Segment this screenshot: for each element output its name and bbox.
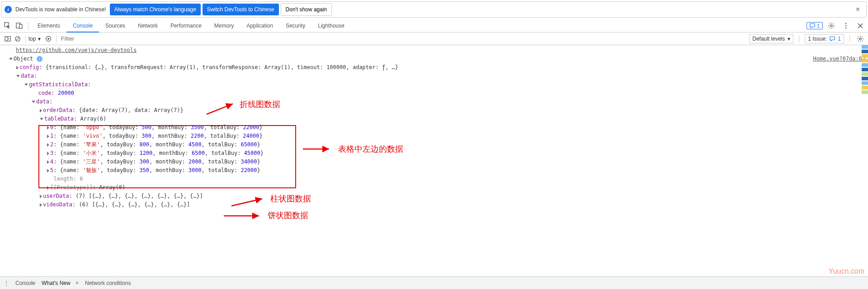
- switch-language-button[interactable]: Switch DevTools to Chinese: [203, 4, 279, 15]
- data-row[interactable]: data:: [3, 72, 865, 80]
- annotation-arrow: [223, 211, 264, 220]
- close-icon[interactable]: ×: [852, 5, 863, 14]
- ext-link-line: https://github.com/vuejs/vue-devtools: [3, 46, 865, 55]
- log-levels-selector[interactable]: Default levels ▾: [749, 34, 793, 43]
- separator: [25, 35, 26, 42]
- caret-right-icon: [47, 186, 49, 190]
- settings-icon[interactable]: [826, 22, 837, 29]
- videodata-row[interactable]: videoData: (6) [{…}, {…}, {…}, {…}, {…},…: [3, 200, 865, 209]
- close-devtools-icon[interactable]: [854, 22, 866, 29]
- match-language-button[interactable]: Always match Chrome's language: [110, 4, 201, 15]
- clear-console-icon[interactable]: [13, 35, 23, 42]
- tab-console[interactable]: Console: [66, 19, 99, 33]
- levels-label: Default levels: [752, 36, 785, 42]
- tab-network[interactable]: Network: [132, 19, 164, 33]
- watermark: Yuucn.com: [829, 267, 864, 275]
- console-settings-icon[interactable]: [855, 35, 865, 42]
- separator: [28, 22, 28, 30]
- tab-memory[interactable]: Memory: [208, 19, 240, 33]
- tab-sources[interactable]: Sources: [99, 19, 132, 33]
- ext-link[interactable]: https://github.com/vuejs/vue-devtools: [16, 47, 137, 53]
- tabledata-item-row[interactable]: 4: {name: '三星', todayBuy: 300, monthBuy:…: [3, 158, 865, 166]
- caret-down-icon: [9, 58, 13, 60]
- tab-lighthouse[interactable]: Lighthouse: [311, 19, 351, 33]
- svg-point-5: [845, 25, 847, 26]
- inspect-icon[interactable]: [2, 22, 14, 29]
- tab-elements[interactable]: Elements: [31, 19, 66, 33]
- drawer-tab-console[interactable]: Console: [15, 280, 35, 286]
- drawer-tab-whatsnew[interactable]: What's New ×: [42, 280, 79, 286]
- console-toolbar: top ▾ Default levels ▾ 1 Issue: 1: [0, 33, 868, 45]
- more-icon[interactable]: ⋮: [4, 280, 9, 286]
- caret-right-icon: [40, 203, 42, 207]
- caret-right-icon: [16, 66, 19, 70]
- dont-show-button[interactable]: Don't show again: [281, 3, 332, 16]
- info-text: DevTools is now available in Chinese!: [15, 6, 106, 13]
- svg-point-3: [830, 24, 832, 26]
- code-row: code: 20000: [3, 89, 865, 98]
- tab-performance[interactable]: Performance: [164, 19, 208, 33]
- config-row[interactable]: config: {transitional: {…}, transformReq…: [3, 63, 865, 72]
- tab-security[interactable]: Security: [279, 19, 311, 33]
- length-row: length: 6: [3, 175, 865, 183]
- tabledata-row[interactable]: tableData: Array(6): [3, 115, 865, 123]
- userdata-row[interactable]: userData: (7) [{…}, {…}, {…}, {…}, {…}, …: [3, 192, 865, 200]
- prototype-row[interactable]: [[Prototype]]: Array(0): [3, 183, 865, 192]
- svg-point-4: [845, 23, 847, 24]
- minimap-scrollbar[interactable]: [862, 45, 868, 217]
- context-selector[interactable]: top ▾: [28, 36, 41, 42]
- tabledata-item-row[interactable]: 5: {name: '魅族', todayBuy: 350, monthBuy:…: [3, 166, 865, 175]
- caret-down-icon: [40, 118, 43, 120]
- tabledata-item-row[interactable]: 1: {name: 'vivo', todayBuy: 300, monthBu…: [3, 132, 865, 140]
- tabledata-item-row[interactable]: 3: {name: '小米', todayBuy: 1200, monthBuy…: [3, 149, 865, 158]
- separator: [849, 35, 850, 42]
- source-link[interactable]: Home.vue?07da:62: [813, 55, 865, 63]
- caret-down-icon: [32, 101, 35, 103]
- object-label: Object: [14, 56, 33, 62]
- devtools-info-bar: i DevTools is now available in Chinese! …: [1, 1, 867, 18]
- live-expression-icon[interactable]: [43, 35, 53, 42]
- caret-right-icon: [40, 109, 42, 112]
- device-toggle-icon[interactable]: [14, 22, 25, 29]
- tabledata-item-row[interactable]: 2: {name: '苹果', todayBuy: 800, monthBuy:…: [3, 140, 865, 149]
- svg-rect-2: [19, 24, 22, 28]
- svg-point-6: [845, 27, 847, 28]
- filter-input[interactable]: [59, 34, 547, 44]
- chevron-down-icon: ▾: [788, 36, 790, 42]
- separator: [56, 35, 57, 42]
- console-output: https://github.com/vuejs/vue-devtools Ob…: [0, 45, 868, 212]
- close-icon[interactable]: ×: [75, 280, 79, 286]
- chevron-down-icon: ▾: [38, 36, 41, 42]
- issues-label: 1 Issue:: [808, 36, 827, 42]
- object-root-row[interactable]: Object iHome.vue?07da:62: [3, 55, 865, 63]
- context-label: top: [28, 36, 36, 42]
- tab-application[interactable]: Application: [240, 19, 279, 33]
- data2-row[interactable]: data:: [3, 98, 865, 106]
- info-icon: i: [5, 6, 12, 13]
- caret-down-icon: [16, 75, 20, 77]
- svg-point-10: [47, 38, 49, 40]
- caret-right-icon: [40, 195, 42, 198]
- devtools-drawer: ⋮ Console What's New × Network condition…: [0, 276, 868, 289]
- issues-count: 1: [838, 36, 841, 42]
- separator: [799, 35, 799, 42]
- tabledata-item-row[interactable]: 0: {name: 'oppo', todayBuy: 500, monthBu…: [3, 123, 865, 132]
- orderdata-row[interactable]: orderData: {date: Array(7), data: Array(…: [3, 106, 865, 115]
- issues-button[interactable]: 1 Issue: 1: [805, 34, 844, 43]
- devtools-tabs: Elements Console Sources Network Perform…: [0, 19, 868, 33]
- info-badge-icon: i: [37, 56, 42, 62]
- messages-badge[interactable]: 1: [807, 22, 823, 29]
- drawer-tab-network-conditions[interactable]: Network conditions: [85, 280, 131, 286]
- sidebar-toggle-icon[interactable]: [3, 35, 13, 42]
- svg-rect-7: [5, 37, 10, 41]
- getstat-row[interactable]: getStatisticalData:: [3, 80, 865, 89]
- messages-count: 1: [817, 23, 820, 28]
- more-icon[interactable]: [840, 22, 852, 29]
- caret-down-icon: [24, 84, 28, 86]
- svg-point-11: [859, 37, 861, 39]
